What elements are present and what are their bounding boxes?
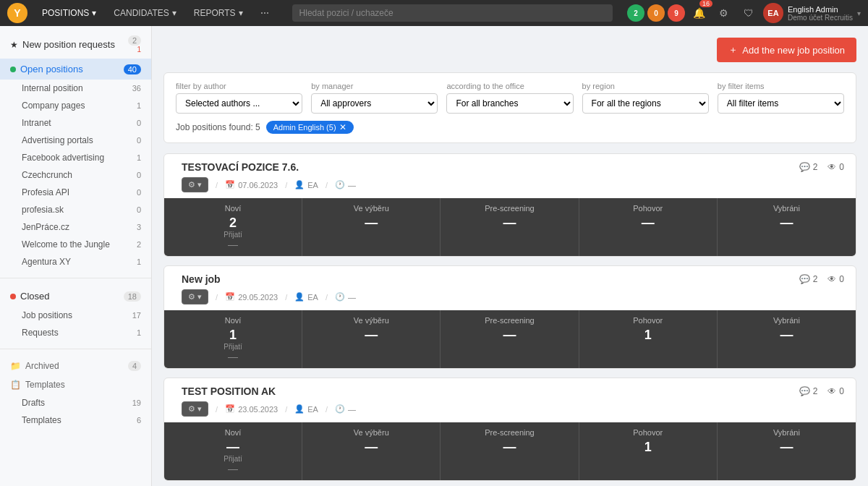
sidebar-sub-item[interactable]: Czechcrunch0 [0,166,151,184]
settings-icon[interactable]: ⚙ [714,3,734,23]
nav-more-button[interactable]: ⋯ [252,0,278,26]
notifications-button[interactable]: 🔔 16 [689,3,710,23]
job-title-row: New job [176,273,221,285]
user-avatar[interactable]: EA English Admin Demo účet Recruitis ▾ [763,3,861,23]
nav-item-candidates[interactable]: CANDIDATES ▾ [105,0,184,26]
badge-red[interactable]: 9 [668,4,685,22]
sidebar-item-new-requests[interactable]: ★ New position requests 2 1 [0,30,151,59]
calendar-icon: 📅 [225,180,235,189]
sidebar-sub-item[interactable]: Welcome to the Jungle2 [0,236,151,253]
sidebar-sub-item[interactable]: profesia.sk0 [0,201,151,218]
job-meta: ⚙ ▾ / 📅 29.05.2023 / 👤 EA / 🕐 — [164,289,856,310]
job-title[interactable]: New job [182,273,221,285]
stage-count: — [311,216,431,231]
job-gear-button[interactable]: ⚙ ▾ [182,177,208,192]
sidebar-sub-item-closed[interactable]: Job positions17 [0,307,151,324]
stage-name: Pohovor [588,428,708,437]
job-actions: 💬 2 👁 0 [799,274,844,284]
job-title-row: TESTOVACÍ POZICE 7.6. [176,161,299,173]
sidebar-sub-item[interactable]: Advertising portals0 [0,132,151,149]
job-gear-button[interactable]: ⚙ ▾ [182,289,208,304]
filter-manager-select[interactable]: All approvers [311,93,438,114]
pipeline-stage: Pohovor 1 [579,422,718,480]
chevron-down-icon: ▾ [172,8,176,18]
stage-count: 2 [173,216,293,231]
eye-icon: 👁 [827,274,836,284]
sidebar-closed-count: 18 [124,291,141,302]
app-logo[interactable]: Y [7,3,27,23]
sidebar-item-open-positions[interactable]: Open positions 40 [0,59,151,80]
filter-office-select[interactable]: For all branches [446,93,573,114]
filter-items-select[interactable]: All filter items [718,93,844,114]
search-input[interactable] [292,4,613,22]
stage-name: Ve výběru [311,428,431,437]
top-navigation: Y POSITIONS ▾ CANDIDATES ▾ REPORTS ▾ ⋯ 2… [0,0,868,26]
nav-item-reports[interactable]: REPORTS ▾ [185,0,252,26]
filter-author-label: filter by author [176,82,302,90]
job-title[interactable]: TEST POSITION AK [182,385,276,397]
sidebar-sub-item[interactable]: JenPráce.cz3 [0,218,151,236]
sidebar-item-closed[interactable]: Closed 18 [0,286,151,307]
pipeline-row: Noví 1 Přijatí — Ve výběru — Pre-screeni… [164,310,856,368]
stage-name: Pre-screening [449,428,569,437]
job-comments-count: 💬 2 [799,274,818,284]
calendar-icon: 📅 [225,292,235,302]
closed-sub-list: Job positions17Requests1 [0,307,151,341]
sidebar-archived-count: 4 [128,361,141,371]
nav-item-positions[interactable]: POSITIONS ▾ [33,0,105,26]
badge-orange[interactable]: 0 [647,4,665,22]
stage-name: Pre-screening [449,316,569,325]
stage-name: Noví [173,316,293,325]
badge-group: 2 0 9 [627,4,685,22]
sidebar-sub-item-template[interactable]: Templates6 [0,412,151,429]
red-dot-icon [10,294,16,299]
user-name: English Admin [788,5,853,14]
filter-bar: filter by author Selected authors ... by… [163,72,856,143]
eye-icon: 👁 [827,386,836,396]
active-filter-tag[interactable]: Admin English (5) ✕ [266,121,354,134]
job-card-header: New job 💬 2 👁 0 [164,266,856,289]
stage-count: — [726,328,847,343]
stage-name: Pohovor [588,316,708,325]
job-card-header: TESTOVACÍ POZICE 7.6. 💬 2 👁 0 [164,154,856,177]
pipeline-stage: Pohovor — [579,198,718,256]
sidebar-sub-item-closed[interactable]: Requests1 [0,324,151,341]
sidebar-sub-item[interactable]: Internal position36 [0,80,151,97]
stage-name: Vybráni [726,428,847,437]
add-position-button[interactable]: ＋ Add the new job position [717,38,856,62]
folder-icon: 📁 [10,361,21,371]
sidebar-sub-item[interactable]: Company pages1 [0,97,151,114]
stage-sub: Přijatí [173,455,293,463]
job-gear-button[interactable]: ⚙ ▾ [182,401,208,417]
sidebar-item-archived[interactable]: 📁 Archived 4 [0,357,151,375]
filter-region-select[interactable]: For all the regions [582,93,709,114]
pipeline-stage: Vybráni — [718,422,856,480]
stage-name: Noví [173,428,293,437]
stage-name: Ve výběru [311,204,431,213]
filter-by-manager: by manager All approvers [311,82,438,114]
badge-green[interactable]: 2 [627,4,644,22]
stage-name: Ve výběru [311,316,431,325]
job-date: 📅 29.05.2023 [225,292,278,302]
shield-icon[interactable]: 🛡 [739,3,759,23]
sidebar-sub-item[interactable]: Profesia API0 [0,184,151,201]
pipeline-stage: Pre-screening — [441,198,579,256]
filter-author-select[interactable]: Selected authors ... [176,93,302,114]
sidebar-item-templates[interactable]: 📋 Templates [0,375,151,394]
sidebar-sub-item-template[interactable]: Drafts19 [0,394,151,412]
pipeline-stage: Ve výběru — [302,310,441,368]
sidebar-archived-label: Archived [25,361,128,371]
sidebar-sub-item[interactable]: Facebook advertising1 [0,149,151,166]
pipeline-stage: Pohovor 1 [579,310,718,368]
job-meta: ⚙ ▾ / 📅 07.06.2023 / 👤 EA / 🕐 — [164,177,856,198]
filter-by-office: according to the office For all branches [446,82,573,114]
green-dot-icon [10,67,16,72]
search-bar [292,4,613,22]
remove-filter-icon[interactable]: ✕ [339,122,346,132]
job-card-header: TEST POSITION AK 💬 2 👁 0 [164,378,856,401]
clock-icon: 🕐 [335,292,345,302]
job-title[interactable]: TESTOVACÍ POZICE 7.6. [182,161,299,173]
stage-count: 1 [173,328,293,343]
sidebar-sub-item[interactable]: Intranet0 [0,114,151,132]
sidebar-sub-item[interactable]: Agentura XY1 [0,253,151,270]
